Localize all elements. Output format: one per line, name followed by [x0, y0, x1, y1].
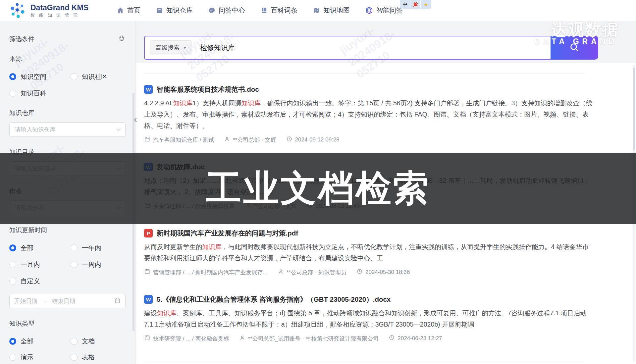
pdf-file-icon: P: [144, 229, 153, 237]
radio-icon: [71, 244, 78, 251]
search-input[interactable]: [200, 44, 545, 52]
advanced-search-dropdown[interactable]: 高级搜索: [150, 40, 192, 55]
result-time: 2024-05-30 18:36: [365, 269, 410, 276]
radio-time-one-month[interactable]: 一月内: [9, 260, 71, 269]
section-label-source: 来源: [9, 55, 126, 63]
result-snippet: 建设知识库、案例库、工具库、知识服务平台；d) 围绕第 5 章，推动跨领域知识融…: [144, 307, 593, 330]
range-arrow: →: [42, 298, 47, 304]
radio-knowledge-encyclopedia[interactable]: 知识百科: [9, 89, 71, 98]
result-snippet: 从而及时更新学生的知识库，与此同时教师要以现代创新科技为立足点，不断优化教学计划…: [144, 241, 593, 264]
nav-item-qa-center[interactable]: 问答中心: [208, 6, 245, 15]
source-radio-group: 知识空间 知识社区 知识百科: [9, 72, 126, 98]
section-label-warehouse: 知识仓库: [9, 109, 126, 117]
result-title[interactable]: 新时期我国汽车产业发展存在的问题与对策.pdf: [157, 229, 298, 238]
radio-type-document[interactable]: 文档: [71, 337, 126, 346]
result-location[interactable]: 营销管理部 / ... / 新时期国内汽车产业发展存...: [144, 268, 268, 276]
results-bottom-divider: [144, 362, 584, 362]
result-time: 2024-06-23 12:27: [398, 335, 442, 342]
radio-icon: [71, 73, 78, 80]
search-result-item[interactable]: P 新时期我国汽车产业发展存在的问题与对策.pdf 从而及时更新学生的知识库，与…: [144, 229, 593, 276]
result-snippet: 4.2.2.9 AI 知识库1）支持人机同源知识库，确保行内知识输出一致。签字：…: [144, 97, 593, 131]
result-owner[interactable]: **公司总部_试用账号 · 中核第七研究设计院有限公司: [239, 335, 379, 342]
radio-type-all[interactable]: 全部: [9, 337, 71, 346]
result-owner[interactable]: **公司总部 · 文辉: [224, 136, 276, 144]
result-title[interactable]: 智能客服系统项目技术规范书.doc: [157, 85, 259, 94]
brand-name: DataGrand KMS: [30, 3, 88, 12]
radio-time-one-week[interactable]: 一周内: [71, 260, 126, 269]
end-date-placeholder: 结束日期: [52, 297, 75, 305]
radio-time-one-year[interactable]: 一年内: [71, 243, 126, 252]
knowledge-type-radio-group: 全部 文档 演示 表格 知识: [9, 337, 126, 364]
update-time-radio-group: 全部 一年内 一月内 一周内 自定义: [9, 243, 126, 286]
search-result-item[interactable]: W 5.《信息化和工业化融合管理体系 咨询服务指南》（GBT 23005-202…: [144, 295, 593, 342]
nav-item-smart-qa[interactable]: 智能问答: [365, 6, 403, 15]
word-file-icon: W: [144, 85, 153, 94]
result-author: **公司总部 · 文辉: [233, 136, 276, 144]
warehouse-icon: [156, 7, 163, 14]
word-file-icon: W: [144, 295, 153, 304]
map-icon: [313, 7, 320, 14]
search-box: 高级搜索: [144, 36, 551, 60]
extension-red-icon[interactable]: [410, 0, 421, 9]
result-owner[interactable]: **公司总部 · 知识管理员: [278, 268, 346, 276]
warehouse-select[interactable]: 请输入知识仓库: [9, 122, 126, 137]
radio-knowledge-community[interactable]: 知识社区: [71, 72, 126, 81]
result-timestamp: 2024-09-12 09:28: [286, 136, 340, 144]
radio-type-presentation[interactable]: 演示: [9, 353, 71, 362]
search-band: 高级搜索: [136, 21, 636, 63]
clear-filters-broom-icon[interactable]: [118, 34, 126, 44]
radio-icon: [9, 261, 16, 268]
result-timestamp: 2024-05-30 18:36: [356, 268, 410, 276]
result-path: 营销管理部 / ... / 新时期国内汽车产业发展存...: [153, 269, 268, 276]
caption-overlay-band: 工业文档检索: [0, 153, 636, 224]
caret-down-icon: [183, 47, 186, 49]
result-meta: 营销管理部 / ... / 新时期国内汽车产业发展存... **公司总部 · 知…: [144, 268, 593, 276]
calendar-icon: [114, 297, 121, 305]
date-range-picker[interactable]: 开始日期 → 结束日期: [9, 294, 126, 308]
top-nav-bar: DataGrand KMS 智 能 知 识 管 理 首页 知识仓库 问答中心 百…: [0, 0, 636, 21]
sidebar-collapse-icon[interactable]: ‹: [134, 114, 137, 124]
home-icon: [117, 7, 124, 14]
radio-time-all[interactable]: 全部: [9, 243, 71, 252]
result-path: 汽车客服知识仓库 / 测试: [153, 136, 214, 144]
chat-bubble-icon: [208, 7, 216, 14]
result-author: **公司总部 · 知识管理员: [287, 269, 346, 276]
nav-item-knowledge-map[interactable]: 知识地图: [313, 6, 350, 15]
radio-icon: [71, 354, 78, 361]
result-meta: 技术研究院 / ... / 两化融合贯标 **公司总部_试用账号 · 中核第七研…: [144, 335, 593, 342]
results-top-divider: [144, 74, 584, 74]
clock-icon: [286, 136, 292, 144]
nav-item-home[interactable]: 首页: [117, 6, 140, 15]
radio-icon: [9, 73, 16, 80]
result-path: 技术研究院 / ... / 两化融合贯标: [153, 335, 229, 342]
section-label-knowledge-type: 知识类型: [9, 319, 126, 328]
result-title[interactable]: 5.《信息化和工业化融合管理体系 咨询服务指南》（GBT 23005-2020）…: [157, 295, 391, 304]
folder-icon: [144, 335, 150, 342]
search-result-item[interactable]: W 智能客服系统项目技术规范书.doc 4.2.2.9 AI 知识库1）支持人机…: [144, 85, 593, 144]
brand-logo[interactable]: DataGrand KMS 智 能 知 识 管 理: [0, 1, 117, 20]
radio-time-custom[interactable]: 自定义: [9, 277, 71, 286]
radio-icon: [71, 261, 78, 268]
ime-indicator[interactable]: 中: [400, 0, 410, 9]
folder-icon: [144, 268, 150, 276]
radio-knowledge-space[interactable]: 知识空间: [9, 72, 71, 81]
result-author: **公司总部_试用账号 · 中核第七研究设计院有限公司: [248, 335, 379, 342]
result-location[interactable]: 汽车客服知识仓库 / 测试: [144, 136, 214, 144]
nav-item-knowledge-warehouse[interactable]: 知识仓库: [156, 6, 193, 15]
bookmark-star-icon[interactable]: ★: [421, 0, 431, 9]
radio-type-sheet[interactable]: 表格: [71, 353, 126, 362]
folder-icon: [144, 136, 150, 144]
search-button[interactable]: [551, 36, 598, 60]
caption-title: 工业文档检索: [206, 164, 430, 213]
magnifier-icon: [569, 42, 580, 54]
book-icon: [260, 7, 268, 14]
radio-icon: [9, 90, 16, 97]
result-location[interactable]: 技术研究院 / ... / 两化融合贯标: [144, 335, 229, 342]
clock-icon: [356, 268, 363, 276]
result-timestamp: 2024-06-23 12:27: [389, 335, 442, 342]
datagrand-logo-icon: [9, 1, 26, 20]
clock-icon: [389, 335, 395, 342]
brand-subtitle: 智 能 知 识 管 理: [30, 13, 88, 18]
radio-icon: [9, 244, 16, 251]
nav-item-encyclopedia[interactable]: 百科词条: [260, 6, 297, 15]
